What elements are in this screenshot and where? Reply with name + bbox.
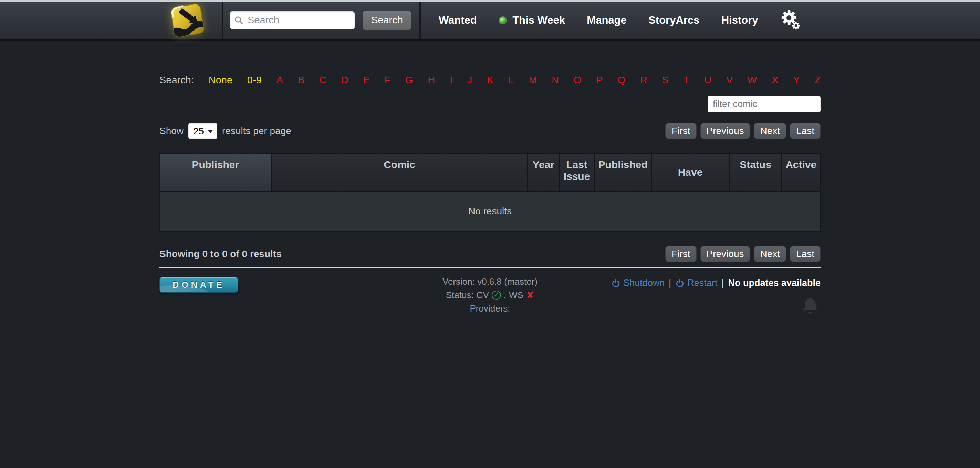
nav-item-manage[interactable]: Manage	[587, 14, 626, 27]
bottom-pagination: FirstPreviousNextLast	[665, 246, 821, 262]
page-size-select-box: 25	[188, 123, 217, 139]
pagination-first-button[interactable]: First	[665, 123, 696, 139]
nav-menu: WantedThis WeekManageStoryArcsHistory	[421, 2, 821, 38]
version-text: Version: v0.6.8 (master)	[380, 275, 600, 288]
filter-comic-input[interactable]	[708, 96, 821, 112]
nav-item-label: History	[721, 14, 758, 27]
server-actions: Shutdown | Restart | No updates availabl…	[600, 278, 821, 288]
alpha-letter-y[interactable]: Y	[793, 74, 800, 86]
footer-divider	[159, 267, 821, 268]
donate-button[interactable]: DONATE	[159, 277, 238, 292]
bottom-controls-row: Showing 0 to 0 of 0 results FirstPreviou…	[159, 246, 821, 262]
shutdown-label: Shutdown	[623, 278, 665, 288]
alpha-filter-none[interactable]: None	[209, 74, 232, 86]
bell-row	[600, 296, 821, 315]
alpha-letter-o[interactable]: O	[574, 74, 582, 86]
alpha-letter-e[interactable]: E	[363, 74, 369, 86]
settings-button[interactable]	[780, 10, 801, 31]
cv-ok-icon: ✓	[492, 291, 501, 300]
status-line: Status: CV ✓ , WS ✘	[446, 288, 535, 302]
alpha-letter-j[interactable]: J	[467, 74, 473, 86]
alpha-letter-x[interactable]: X	[772, 74, 778, 86]
alphabet-row: Search: None 0-9 ABCDEFGHIJKLMNOPQRSTUVW…	[159, 74, 821, 86]
pagination-first-button[interactable]: First	[665, 246, 696, 262]
footer-center: Version: v0.6.8 (master) Status: CV ✓ , …	[380, 275, 600, 315]
page-size-prefix-label: Show	[159, 125, 183, 136]
column-header-year[interactable]: Year	[528, 154, 558, 191]
status-separator: ,	[504, 288, 506, 302]
alpha-letter-m[interactable]: M	[528, 74, 537, 86]
shutdown-link[interactable]: Shutdown	[611, 278, 665, 288]
alpha-letter-f[interactable]: F	[384, 74, 390, 86]
alpha-letter-b[interactable]: B	[298, 74, 304, 86]
pagination-next-button[interactable]: Next	[754, 246, 786, 262]
mylar-logo[interactable]	[167, 0, 208, 41]
column-header-last-issue[interactable]: Last Issue	[560, 154, 594, 191]
alphabet-search-label: Search:	[159, 74, 194, 86]
action-separator: |	[721, 278, 724, 288]
nav-item-storyarcs[interactable]: StoryArcs	[648, 14, 699, 27]
column-header-published[interactable]: Published	[595, 154, 651, 191]
gear-icon	[780, 10, 801, 31]
alpha-letter-h[interactable]: H	[428, 74, 435, 86]
restart-link[interactable]: Restart	[675, 278, 717, 288]
alpha-letter-d[interactable]: D	[341, 74, 348, 86]
alpha-letter-s[interactable]: S	[662, 74, 668, 86]
nav-search-input[interactable]	[230, 11, 355, 29]
nav-item-wanted[interactable]: Wanted	[439, 14, 477, 27]
column-header-have[interactable]: Have	[652, 154, 729, 191]
search-icon	[234, 15, 244, 26]
nav-search-button[interactable]: Search	[363, 11, 412, 30]
alpha-letter-t[interactable]: T	[684, 74, 690, 86]
empty-row-cell: No results	[161, 192, 819, 230]
pagination-last-button[interactable]: Last	[790, 246, 821, 262]
alpha-letter-n[interactable]: N	[552, 74, 559, 86]
action-separator: |	[669, 278, 671, 288]
this-week-indicator-dot	[499, 16, 507, 24]
logo-area	[159, 2, 222, 38]
alpha-letter-c[interactable]: C	[319, 74, 326, 86]
alpha-letter-k[interactable]: K	[487, 74, 493, 86]
alpha-letter-w[interactable]: W	[748, 74, 757, 86]
alpha-letter-u[interactable]: U	[704, 74, 711, 86]
nav-item-label: StoryArcs	[648, 14, 699, 27]
page-size-control: Show 25 results per page	[159, 123, 291, 139]
alpha-letter-z[interactable]: Z	[815, 74, 821, 86]
table-empty-row: No results	[161, 192, 819, 230]
alpha-letter-v[interactable]: V	[726, 74, 733, 86]
alpha-filter-digits[interactable]: 0-9	[247, 74, 262, 86]
notification-bell-icon[interactable]	[800, 296, 820, 315]
restart-label: Restart	[687, 278, 717, 288]
column-header-comic[interactable]: Comic	[272, 154, 528, 191]
filter-row	[159, 96, 821, 112]
power-icon	[611, 278, 620, 288]
column-header-active[interactable]: Active	[782, 154, 819, 191]
pagination-previous-button[interactable]: Previous	[700, 123, 750, 139]
pagination-next-button[interactable]: Next	[754, 123, 786, 139]
alpha-letter-q[interactable]: Q	[617, 74, 625, 86]
footer: DONATE Version: v0.6.8 (master) Status: …	[159, 275, 821, 315]
top-pagination: FirstPreviousNextLast	[665, 123, 821, 139]
nav-item-label: Wanted	[439, 14, 477, 27]
alpha-letter-p[interactable]: P	[596, 74, 603, 86]
results-summary: Showing 0 to 0 of 0 results	[159, 249, 282, 259]
alpha-letter-l[interactable]: L	[508, 74, 514, 86]
nav-search-box	[230, 11, 355, 29]
alpha-letter-g[interactable]: G	[405, 74, 413, 86]
alpha-letter-r[interactable]: R	[640, 74, 648, 86]
nav-item-this-week[interactable]: This Week	[499, 14, 565, 27]
column-header-status[interactable]: Status	[730, 154, 782, 191]
page-size-select[interactable]: 25	[188, 123, 217, 139]
nav-item-label: Manage	[587, 14, 626, 27]
status-label: Status:	[446, 288, 474, 302]
nav-item-history[interactable]: History	[721, 14, 758, 27]
providers-text: Providers:	[380, 302, 600, 315]
column-header-publisher[interactable]: Publisher	[161, 154, 270, 191]
page-size-suffix-label: results per page	[222, 125, 291, 136]
pagination-last-button[interactable]: Last	[790, 123, 821, 139]
footer-left: DONATE	[159, 275, 380, 292]
alpha-letter-i[interactable]: I	[450, 74, 452, 86]
pagination-previous-button[interactable]: Previous	[700, 246, 750, 262]
alpha-letter-a[interactable]: A	[277, 74, 283, 86]
cv-label: CV	[477, 288, 489, 302]
